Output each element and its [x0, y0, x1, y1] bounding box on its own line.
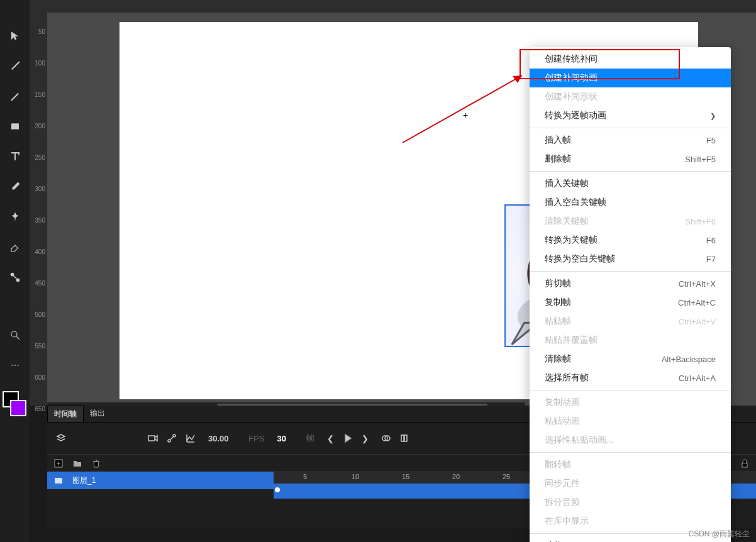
layer-name[interactable]: 图层_1	[70, 475, 96, 486]
ctx-sync-symbols: 同步元件	[530, 474, 731, 493]
ctx-clear-keyframe: 清除关键帧Shift+F6	[530, 212, 731, 231]
trash-icon[interactable]	[91, 458, 101, 468]
folder-icon[interactable]	[72, 458, 82, 468]
ctx-separator	[530, 390, 731, 390]
ctx-convert-to-keyframe[interactable]: 转换为关键帧F6	[530, 231, 731, 250]
svg-rect-0	[11, 123, 19, 129]
ctx-separator	[530, 271, 731, 272]
ctx-separator	[530, 452, 731, 453]
link-icon[interactable]	[167, 433, 177, 443]
pin-tool[interactable]	[8, 209, 23, 224]
text-tool[interactable]	[8, 149, 23, 164]
bone-tool[interactable]	[8, 270, 23, 285]
horizontal-ruler	[47, 0, 756, 13]
registration-point-icon: +	[463, 110, 468, 120]
svg-rect-25	[742, 463, 747, 467]
background-swatch[interactable]	[10, 400, 26, 416]
svg-rect-21	[404, 435, 407, 441]
chevron-right-icon: ❯	[710, 112, 716, 120]
ctx-copy-motion: 复制动画	[530, 393, 731, 412]
loop-icon[interactable]	[381, 433, 391, 443]
svg-rect-20	[401, 435, 404, 441]
watermark: CSDN @雨翼轻尘	[688, 529, 750, 539]
onion-skin-icon[interactable]	[400, 433, 410, 443]
vertical-ruler: 50 100 150 200 250 300 350 400 450 500 5…	[30, 0, 47, 406]
ctx-paste-frames: 粘贴帧Ctrl+Alt+V	[530, 312, 731, 331]
fps-display[interactable]: 30.00 FPS	[208, 434, 264, 443]
layer-icon	[53, 475, 64, 485]
layers-icon[interactable]	[56, 433, 66, 443]
ctx-insert-frame[interactable]: 插入帧F5	[530, 131, 731, 150]
tools-toolbar: ⋯	[0, 0, 30, 542]
tab-output[interactable]: 输出	[84, 406, 111, 422]
svg-point-17	[173, 434, 175, 437]
more-tools[interactable]: ⋯	[8, 358, 23, 373]
ctx-show-in-library: 在库中显示	[530, 512, 731, 531]
lock-icon[interactable]	[740, 458, 750, 468]
brush-tool[interactable]	[8, 58, 23, 74]
zoom-tool[interactable]	[8, 328, 23, 343]
svg-rect-15	[148, 436, 155, 441]
ctx-paste-motion-special: 选择性粘贴动画...	[530, 431, 731, 450]
selection-tool[interactable]	[8, 28, 23, 43]
svg-point-16	[168, 440, 170, 442]
ctx-create-motion-tween[interactable]: 创建补间动画	[530, 69, 731, 87]
ctx-copy-frames[interactable]: 复制帧Ctrl+Alt+C	[530, 293, 731, 312]
ctx-reverse-frames: 翻转帧	[530, 455, 731, 474]
eraser-tool[interactable]	[8, 240, 23, 255]
ctx-remove-frame[interactable]: 删除帧Shift+F5	[530, 150, 731, 169]
tab-timeline[interactable]: 时间轴	[47, 406, 84, 422]
ctx-separator	[530, 128, 731, 128]
ctx-separator	[530, 171, 731, 172]
ctx-select-all-frames[interactable]: 选择所有帧Ctrl+Alt+A	[530, 368, 731, 387]
ctx-clear-frames[interactable]: 清除帧Alt+Backspace	[530, 350, 731, 368]
keyframe[interactable]	[275, 487, 280, 492]
svg-point-3	[11, 331, 17, 337]
ctx-split-audio: 拆分音频	[530, 493, 731, 512]
next-button[interactable]: ❯	[362, 434, 369, 443]
ctx-create-shape-tween: 创建补间形状	[530, 87, 731, 106]
rectangle-tool[interactable]	[8, 119, 23, 134]
ctx-convert-frame-by-frame[interactable]: 转换为逐帧动画❯	[530, 106, 731, 125]
camera-icon[interactable]	[148, 433, 158, 443]
ctx-paste-motion: 粘贴动画	[530, 412, 731, 431]
play-button[interactable]	[343, 433, 353, 443]
pen-tool[interactable]	[8, 89, 23, 104]
ctx-convert-to-blank-keyframe[interactable]: 转换为空白关键帧F7	[530, 250, 731, 268]
prev-button[interactable]: ❮	[327, 434, 334, 443]
ctx-cut-frames[interactable]: 剪切帧Ctrl+Alt+X	[530, 274, 731, 293]
graph-icon[interactable]	[186, 433, 196, 443]
ctx-paste-overwrite-frames: 粘贴并覆盖帧	[530, 331, 731, 350]
ctx-create-classic-tween[interactable]: 创建传统补间	[530, 50, 731, 69]
eyedropper-tool[interactable]	[8, 179, 23, 194]
ctx-insert-keyframe[interactable]: 插入关键帧	[530, 174, 731, 193]
frame-display[interactable]: 30 帧	[277, 433, 314, 444]
context-menu: 创建传统补间 创建补间动画 创建补间形状 转换为逐帧动画❯ 插入帧F5 删除帧S…	[530, 47, 731, 542]
add-layer-icon[interactable]	[53, 458, 64, 468]
svg-rect-26	[55, 478, 62, 484]
ctx-insert-blank-keyframe[interactable]: 插入空白关键帧	[530, 193, 731, 212]
color-swatches[interactable]	[5, 409, 25, 429]
